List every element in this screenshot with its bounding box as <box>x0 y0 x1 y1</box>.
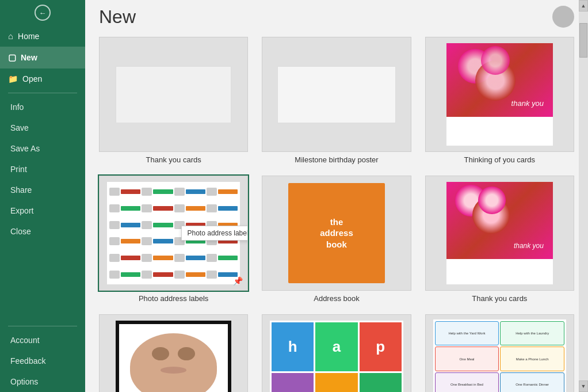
label-cell <box>109 250 140 266</box>
label-cell <box>109 201 140 216</box>
gift-coupons-visual: Help with the Yard Work Help with the La… <box>433 319 567 392</box>
export-label: Export <box>10 206 33 215</box>
sidebar-item-options[interactable]: Options <box>0 371 85 392</box>
coupon-cell-5: One Breakfast in Bed <box>435 372 499 392</box>
main-content: New Thank you cards Milestone birthday p… <box>85 0 588 392</box>
coupon-cell-1: Help with the Yard Work <box>435 321 499 346</box>
coupon-cell-3: One Meal <box>435 347 499 371</box>
address-book-visual: theaddressbook <box>288 183 384 283</box>
main-header: New <box>99 0 574 37</box>
template-label-thinking: Thinking of you cards <box>464 155 536 164</box>
save-label: Save <box>10 123 29 132</box>
banner-cell-dot: ◆ <box>360 373 402 393</box>
pin-icon[interactable]: 📌 <box>233 276 243 286</box>
label-cell <box>174 184 205 200</box>
page-title: New <box>99 6 136 28</box>
thankyou-text: thank you <box>511 99 544 108</box>
back-arrow-icon: ← <box>39 9 47 17</box>
label-cell <box>174 250 205 266</box>
template-tooltip: Photo address labels <box>181 226 249 241</box>
sidebar-item-print[interactable]: Print <box>0 159 85 180</box>
account-label: Account <box>10 336 40 345</box>
template-thank-you-cards-2[interactable]: thank you Thank you cards <box>425 176 574 303</box>
sidebar-item-info[interactable]: Info <box>0 97 85 117</box>
template-thumb-baby: WE LOVE BABY <box>99 314 248 392</box>
label-cell <box>142 250 173 266</box>
template-label-photo-labels: Photo address labels <box>139 294 208 303</box>
sidebar-bottom: Account Feedback Options <box>0 322 85 392</box>
scroll-track <box>579 12 588 380</box>
label-cell <box>109 184 140 200</box>
coupon-cell-6: One Romantic Dinner <box>500 372 564 392</box>
template-label-thankyou2: Thank you cards <box>472 294 527 303</box>
template-thumb-banner: h a p p y ◆ <box>262 314 411 392</box>
template-thank-you-cards-top[interactable]: Thank you cards <box>99 37 248 164</box>
sidebar-item-open[interactable]: 📁 Open <box>0 68 85 89</box>
back-circle-icon[interactable]: ← <box>35 5 51 21</box>
template-thumb-thankyou2: thank you <box>425 176 574 291</box>
back-button[interactable]: ← <box>0 0 85 25</box>
template-thumb-photo-labels: Photo address labels 📌 <box>99 176 248 291</box>
new-doc-icon: ▢ <box>8 52 16 63</box>
scroll-up-button[interactable]: ▲ <box>579 0 588 12</box>
sidebar-divider-2 <box>8 326 77 326</box>
banner-visual: h a p p y ◆ <box>270 321 403 392</box>
folder-icon: 📁 <box>8 74 18 83</box>
sidebar-item-home-label: Home <box>18 32 39 41</box>
scroll-down-button[interactable]: ▼ <box>579 380 588 392</box>
sidebar-item-export[interactable]: Export <box>0 200 85 221</box>
template-baby-photo-album[interactable]: WE LOVE BABY Baby photo album <box>99 314 248 392</box>
template-thumb-address-book: theaddressbook <box>262 176 411 291</box>
milestone-visual <box>277 66 396 123</box>
template-address-book[interactable]: theaddressbook Address book <box>262 176 411 303</box>
template-label-thank-you-top: Thank you cards <box>146 155 201 164</box>
sidebar-item-save-as[interactable]: Save As <box>0 138 85 159</box>
banner-cell-p2: p <box>272 373 314 393</box>
template-thumb-thank-you-top <box>99 37 248 152</box>
label-cell <box>207 201 238 216</box>
label-cell <box>207 184 238 200</box>
share-label: Share <box>10 185 32 195</box>
sidebar-item-save[interactable]: Save <box>0 117 85 138</box>
thankyou2-text: thank you <box>514 242 544 250</box>
options-label: Options <box>10 377 38 386</box>
template-thumb-gift-coupons: Help with the Yard Work Help with the La… <box>425 314 574 392</box>
close-label: Close <box>10 227 31 236</box>
thankyou-top-visual <box>116 66 231 123</box>
sidebar-item-new-label: New <box>21 53 37 62</box>
template-birthday-gift-coupons[interactable]: Help with the Yard Work Help with the La… <box>425 314 574 392</box>
address-book-text: theaddressbook <box>320 216 353 250</box>
sidebar-divider-1 <box>8 93 77 93</box>
home-icon: ⌂ <box>8 31 13 41</box>
sidebar-item-share[interactable]: Share <box>0 180 85 200</box>
sidebar-item-open-label: Open <box>22 74 42 83</box>
tooltip-text: Photo address labels <box>188 229 249 237</box>
info-label: Info <box>10 102 24 112</box>
template-thinking-of-you[interactable]: thank you Thinking of you cards <box>425 37 574 164</box>
label-cell <box>174 267 205 282</box>
flowers-visual: thank you <box>446 43 553 117</box>
banner-cell-y: y <box>315 373 357 393</box>
baby-face-visual <box>130 333 217 392</box>
label-cell <box>109 267 140 282</box>
templates-grid: Thank you cards Milestone birthday poste… <box>99 37 574 392</box>
label-cell <box>142 234 173 249</box>
template-milestone-birthday[interactable]: Milestone birthday poster <box>262 37 411 164</box>
sidebar-item-new[interactable]: ▢ New <box>0 47 85 68</box>
template-thumb-milestone <box>262 37 411 152</box>
coupon-cell-4: Make a Phone Lunch <box>500 347 564 371</box>
coupon-cell-2: Help with the Laundry <box>500 321 564 346</box>
label-cell <box>207 250 238 266</box>
sidebar-item-home[interactable]: ⌂ Home <box>0 25 85 47</box>
feedback-label: Feedback <box>10 356 45 366</box>
sidebar-item-close[interactable]: Close <box>0 221 85 242</box>
scroll-thumb[interactable] <box>579 23 587 58</box>
thankyou2-visual: thank you <box>446 182 553 284</box>
banner-cell-h: h <box>272 322 314 371</box>
template-thumb-thinking: thank you <box>425 37 574 152</box>
template-event-banner[interactable]: h a p p y ◆ Event banner <box>262 314 411 392</box>
banner-cell-a: a <box>315 322 357 371</box>
sidebar-item-account[interactable]: Account <box>0 330 85 351</box>
template-photo-address-labels[interactable]: Photo address labels 📌 Photo address lab… <box>99 176 248 303</box>
sidebar-item-feedback[interactable]: Feedback <box>0 351 85 371</box>
